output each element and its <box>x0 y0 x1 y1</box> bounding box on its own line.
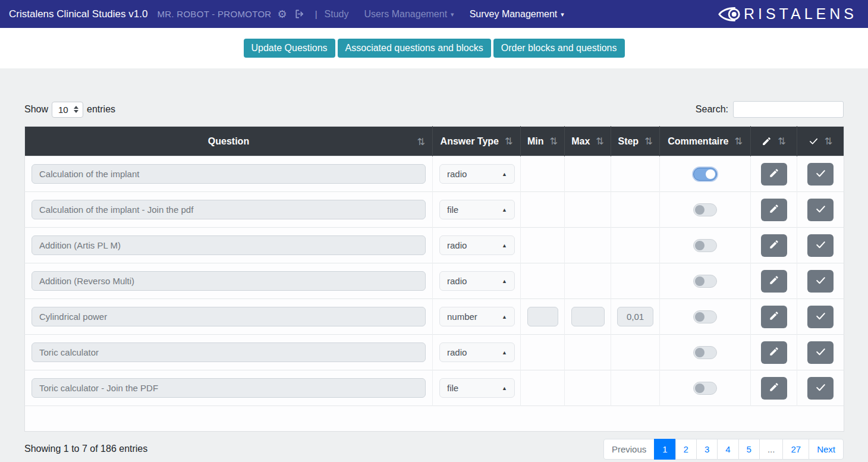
show-label: Show <box>24 104 48 115</box>
header-question[interactable]: Question ⇅ <box>25 127 433 156</box>
answer-type-value: file <box>447 383 458 393</box>
edit-row-button[interactable] <box>761 234 787 257</box>
page-button-3[interactable]: 3 <box>696 439 718 460</box>
logout-icon <box>294 9 306 19</box>
header-min[interactable]: Min⇅ <box>521 127 565 156</box>
page-button-4[interactable]: 4 <box>717 439 738 460</box>
answer-type-select[interactable]: radio▲ <box>439 164 515 184</box>
answer-type-select[interactable]: radio▲ <box>439 235 515 255</box>
order-blocks-button[interactable]: Order blocks and questions <box>493 39 625 58</box>
answer-type-value: radio <box>447 169 467 179</box>
check-icon <box>809 136 819 146</box>
edit-row-button[interactable] <box>761 163 787 186</box>
header-validate[interactable]: ⇅ <box>797 127 844 156</box>
chevron-down-icon: ▾ <box>451 11 454 18</box>
answer-type-select[interactable]: file▲ <box>439 378 515 398</box>
commentaire-toggle[interactable] <box>693 275 717 288</box>
nav-link-users-management[interactable]: Users Management ▾ <box>364 9 454 20</box>
validate-row-button[interactable] <box>807 341 834 364</box>
header-answer-type[interactable]: Answer Type⇅ <box>433 127 521 156</box>
header-max[interactable]: Max⇅ <box>565 127 611 156</box>
validate-row-button[interactable] <box>807 199 834 221</box>
commentaire-toggle[interactable] <box>693 346 717 359</box>
page-size-select[interactable]: 10 <box>52 102 83 118</box>
table-row: radio▲ <box>25 156 844 192</box>
commentaire-toggle[interactable] <box>693 203 717 216</box>
page-button-2[interactable]: 2 <box>675 439 697 460</box>
settings-button[interactable]: ⚙ <box>278 8 287 21</box>
showing-entries-text: Showing 1 to 7 of 186 entries <box>24 439 147 454</box>
main-content: Show 10 entries Search: Question ⇅ Answe… <box>0 68 868 462</box>
top-navbar: Cristalens Clinical Studies v1.0 MR. ROB… <box>0 0 868 28</box>
check-icon <box>815 346 826 359</box>
pencil-icon <box>769 310 779 323</box>
question-input[interactable] <box>32 342 426 362</box>
pencil-icon <box>769 275 779 287</box>
chevron-up-icon: ▲ <box>502 243 507 249</box>
app-title: Cristalens Clinical Studies v1.0 <box>9 8 147 20</box>
associated-questions-button[interactable]: Associated questions and blocks <box>338 39 491 58</box>
question-input[interactable] <box>32 200 426 219</box>
nav-separator: | <box>315 9 317 19</box>
table-footer: Showing 1 to 7 of 186 entries Previous12… <box>24 432 844 460</box>
pencil-icon <box>769 346 779 359</box>
chevron-up-icon: ▲ <box>502 314 507 320</box>
entries-label: entries <box>87 104 115 115</box>
question-input[interactable] <box>32 307 426 326</box>
commentaire-toggle[interactable] <box>693 382 717 395</box>
edit-row-button[interactable] <box>761 199 787 221</box>
search-label: Search: <box>696 104 728 115</box>
header-edit[interactable]: ⇅ <box>751 127 797 156</box>
answer-type-select[interactable]: radio▲ <box>439 342 515 362</box>
question-input[interactable] <box>32 235 426 255</box>
chevron-up-icon: ▲ <box>502 278 507 284</box>
actions-toolbar: Update Questions Associated questions an… <box>0 28 868 68</box>
logout-button[interactable] <box>294 9 306 19</box>
answer-type-select[interactable]: file▲ <box>439 200 515 219</box>
page-button-1[interactable]: 1 <box>654 439 675 460</box>
table-row: file▲ <box>25 192 844 228</box>
chevron-up-icon: ▲ <box>502 350 507 356</box>
commentaire-toggle[interactable] <box>693 168 717 181</box>
gear-icon: ⚙ <box>278 8 287 21</box>
table-header: Question ⇅ Answer Type⇅ Min⇅ Max⇅ Step⇅ … <box>25 127 844 156</box>
commentaire-toggle[interactable] <box>693 239 717 252</box>
min-input[interactable] <box>527 307 558 326</box>
nav-link-study[interactable]: Study <box>325 9 349 20</box>
pencil-icon <box>769 382 779 394</box>
validate-row-button[interactable] <box>807 163 834 186</box>
page-button-27[interactable]: 27 <box>782 439 809 460</box>
validate-row-button[interactable] <box>807 270 834 293</box>
validate-row-button[interactable] <box>807 377 834 400</box>
header-commentaire[interactable]: Commentaire⇅ <box>660 127 751 156</box>
question-input[interactable] <box>32 271 426 291</box>
edit-row-button[interactable] <box>761 306 787 328</box>
header-step[interactable]: Step⇅ <box>611 127 660 156</box>
edit-row-button[interactable] <box>761 377 787 400</box>
answer-type-value: radio <box>447 276 467 286</box>
max-input[interactable] <box>571 307 605 326</box>
edit-row-button[interactable] <box>761 270 787 293</box>
check-icon <box>815 203 826 216</box>
answer-type-select[interactable]: radio▲ <box>439 271 515 291</box>
nav-link-survey-management[interactable]: Survey Management ▾ <box>470 9 564 20</box>
edit-row-button[interactable] <box>761 341 787 364</box>
question-input[interactable] <box>32 164 426 184</box>
pencil-icon <box>769 239 779 252</box>
table-body: radio▲file▲radio▲radio▲number▲radio▲file… <box>25 156 844 432</box>
page-button--: ... <box>759 439 784 460</box>
logo-text: RISTALENS <box>744 5 857 23</box>
page-button-next[interactable]: Next <box>809 439 844 460</box>
update-questions-button[interactable]: Update Questions <box>244 39 335 58</box>
page-button-5[interactable]: 5 <box>738 439 760 460</box>
pencil-icon <box>762 136 772 146</box>
sort-icon: ⇅ <box>550 136 558 147</box>
answer-type-select[interactable]: number▲ <box>439 307 515 326</box>
check-icon <box>815 382 826 395</box>
question-input[interactable] <box>32 378 426 398</box>
validate-row-button[interactable] <box>807 306 834 328</box>
step-input[interactable] <box>617 307 653 326</box>
search-input[interactable] <box>733 101 844 118</box>
commentaire-toggle[interactable] <box>693 310 717 323</box>
validate-row-button[interactable] <box>807 234 834 257</box>
